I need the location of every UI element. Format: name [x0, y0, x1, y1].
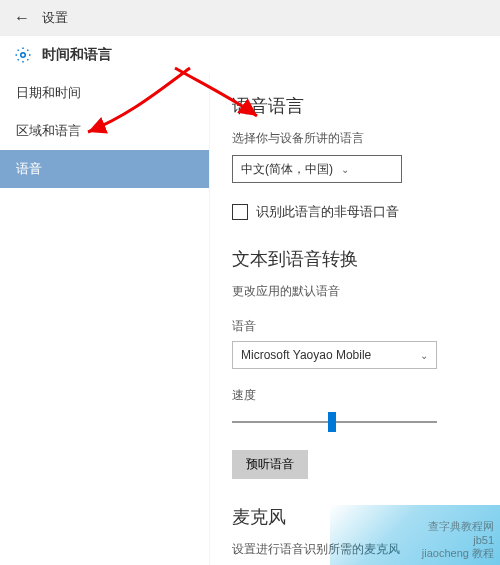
speed-slider-wrap [232, 410, 437, 434]
section-title: 语音语言 [232, 94, 478, 118]
sidebar-item-region[interactable]: 区域和语言 [0, 112, 209, 150]
chevron-down-icon: ⌄ [420, 350, 428, 361]
nonnative-accent-row: 识别此语言的非母语口音 [232, 203, 478, 221]
window-title: 设置 [42, 9, 68, 27]
section-title: 文本到语音转换 [232, 247, 478, 271]
checkbox-label: 识别此语言的非母语口音 [256, 203, 399, 221]
watermark-line: jiaocheng 教程 [422, 546, 494, 561]
sidebar-item-label: 区域和语言 [16, 123, 81, 138]
watermark: 查字典教程网 jb51 jiaocheng 教程 [330, 505, 500, 565]
watermark-line: 查字典教程网 [428, 519, 494, 534]
titlebar: ← 设置 [0, 0, 500, 36]
page-title: 时间和语言 [42, 46, 112, 64]
sidebar-item-label: 日期和时间 [16, 85, 81, 100]
speed-label: 速度 [232, 387, 478, 404]
speed-slider[interactable] [232, 410, 437, 434]
sidebar-item-speech[interactable]: 语音 [0, 150, 209, 188]
content-pane: 语音语言 选择你与设备所讲的语言 中文(简体，中国) ⌄ 识别此语言的非母语口音… [210, 74, 500, 565]
page-header: 时间和语言 [0, 36, 500, 74]
nonnative-accent-checkbox[interactable] [232, 204, 248, 220]
section-speech-language: 语音语言 选择你与设备所讲的语言 中文(简体，中国) ⌄ 识别此语言的非母语口音 [232, 94, 478, 221]
main-body: 日期和时间 区域和语言 语音 语音语言 选择你与设备所讲的语言 中文(简体，中国… [0, 74, 500, 565]
back-button[interactable]: ← [14, 9, 30, 27]
dropdown-selected-value: 中文(简体，中国) [241, 161, 333, 178]
dropdown-selected-value: Microsoft Yaoyao Mobile [241, 348, 371, 362]
voice-label: 语音 [232, 318, 478, 335]
sidebar-item-datetime[interactable]: 日期和时间 [0, 74, 209, 112]
sidebar-item-label: 语音 [16, 161, 42, 176]
voice-dropdown[interactable]: Microsoft Yaoyao Mobile ⌄ [232, 341, 437, 369]
section-tts: 文本到语音转换 更改应用的默认语音 语音 Microsoft Yaoyao Mo… [232, 247, 478, 479]
gear-icon [14, 46, 32, 64]
speech-language-prompt: 选择你与设备所讲的语言 [232, 130, 478, 147]
preview-voice-button[interactable]: 预听语音 [232, 450, 308, 479]
speech-language-dropdown[interactable]: 中文(简体，中国) ⌄ [232, 155, 402, 183]
slider-thumb[interactable] [328, 412, 336, 432]
watermark-line: jb51 [473, 534, 494, 546]
svg-point-0 [21, 53, 26, 58]
sidebar: 日期和时间 区域和语言 语音 [0, 74, 210, 565]
tts-desc: 更改应用的默认语音 [232, 283, 478, 300]
chevron-down-icon: ⌄ [341, 164, 349, 175]
